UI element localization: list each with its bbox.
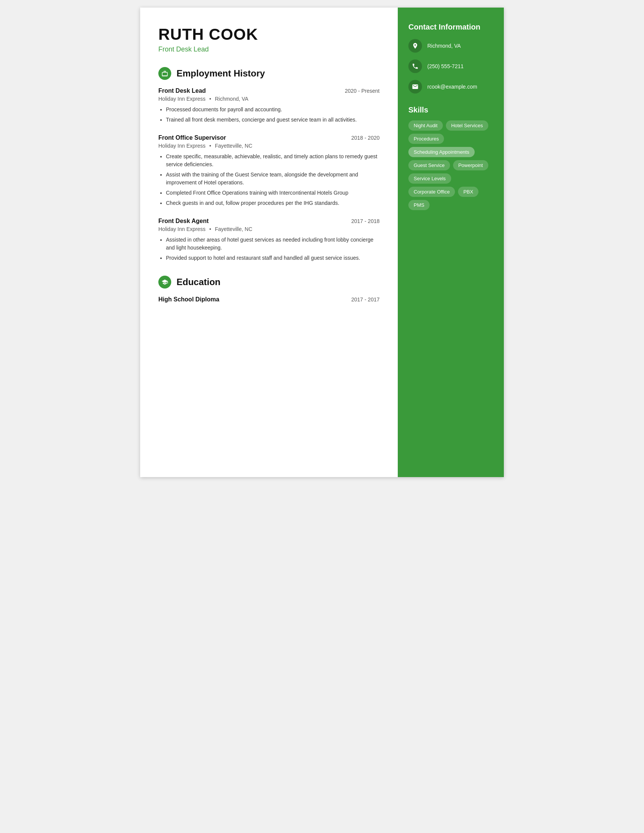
location-icon: [412, 42, 419, 49]
skill-tag: Scheduling Appointments: [408, 147, 475, 157]
skill-tag: PMS: [408, 200, 430, 210]
contact-phone: (250) 555-7211: [408, 60, 493, 73]
skill-tag: Procedures: [408, 133, 444, 144]
graduation-icon: [161, 279, 168, 286]
email-icon-wrapper: [408, 80, 422, 93]
resume-container: RUTH COOK Front Desk Lead Employment His…: [140, 8, 504, 477]
job-bullets-2: Assisted in other areas of hotel guest s…: [158, 236, 380, 262]
sidebar: Contact Information Richmond, VA (250) 5…: [398, 8, 504, 477]
contact-email-text: rcook@example.com: [427, 84, 477, 90]
job-title-2: Front Desk Agent: [158, 218, 209, 225]
bullet: Processed documents for payroll and acco…: [166, 106, 380, 114]
skills-section: Skills Night AuditHotel ServicesProcedur…: [408, 106, 493, 210]
skills-list: Night AuditHotel ServicesProceduresSched…: [408, 121, 493, 210]
education-section-header: Education: [158, 276, 380, 288]
contact-location: Richmond, VA: [408, 39, 493, 53]
education-icon: [158, 276, 171, 288]
job-title-1: Front Office Supervisor: [158, 134, 226, 141]
job-dates-1: 2018 - 2020: [351, 135, 380, 141]
contact-section: Contact Information Richmond, VA (250) 5…: [408, 23, 493, 93]
briefcase-icon: [161, 70, 168, 77]
education-title: Education: [177, 277, 221, 287]
contact-phone-text: (250) 555-7211: [427, 63, 464, 69]
bullet: Create specific, measurable, achievable,…: [166, 153, 380, 169]
email-icon: [412, 83, 419, 90]
job-title-0: Front Desk Lead: [158, 87, 206, 94]
skill-tag: Guest Service: [408, 160, 450, 170]
employment-icon: [158, 67, 171, 80]
contact-location-text: Richmond, VA: [427, 43, 460, 49]
contact-email: rcook@example.com: [408, 80, 493, 93]
skill-tag: Night Audit: [408, 121, 443, 130]
skill-tag: Hotel Services: [446, 121, 488, 130]
edu-entry-0: High School Diploma 2017 - 2017: [158, 296, 380, 303]
skill-tag: Service Levels: [408, 174, 451, 183]
bullet: Provided support to hotel and restaurant…: [166, 254, 380, 262]
phone-icon-wrapper: [408, 60, 422, 73]
bullet: Trained all front desk members, concierg…: [166, 116, 380, 124]
employment-section: Employment History Front Desk Lead 2020 …: [158, 67, 380, 262]
job-entry-2: Front Desk Agent 2017 - 2018 Holiday Inn…: [158, 218, 380, 262]
job-entry-0: Front Desk Lead 2020 - Present Holiday I…: [158, 87, 380, 124]
job-entry-1: Front Office Supervisor 2018 - 2020 Holi…: [158, 134, 380, 207]
person-title: Front Desk Lead: [158, 45, 380, 53]
person-name: RUTH COOK: [158, 26, 380, 43]
resume-header: RUTH COOK Front Desk Lead: [158, 26, 380, 53]
skill-tag: Corporate Office: [408, 187, 455, 197]
skills-section-title: Skills: [408, 106, 493, 114]
job-dates-2: 2017 - 2018: [351, 218, 380, 224]
employment-title: Employment History: [177, 68, 265, 79]
bullet: Completed Front Office Operations traini…: [166, 189, 380, 197]
bullet: Assisted in other areas of hotel guest s…: [166, 236, 380, 252]
job-bullets-1: Create specific, measurable, achievable,…: [158, 153, 380, 207]
job-company-1: Holiday Inn Express • Fayetteville, NC: [158, 143, 380, 149]
main-content: RUTH COOK Front Desk Lead Employment His…: [140, 8, 398, 477]
job-dates-0: 2020 - Present: [345, 88, 380, 94]
phone-icon: [412, 63, 419, 70]
bullet: Check guests in and out, follow proper p…: [166, 199, 380, 207]
education-section: Education High School Diploma 2017 - 201…: [158, 276, 380, 303]
location-icon-wrapper: [408, 39, 422, 53]
job-company-2: Holiday Inn Express • Fayetteville, NC: [158, 226, 380, 232]
employment-section-header: Employment History: [158, 67, 380, 80]
skill-tag: Powerpoint: [453, 160, 488, 170]
edu-dates-0: 2017 - 2017: [351, 296, 380, 302]
job-company-0: Holiday Inn Express • Richmond, VA: [158, 96, 380, 102]
bullet: Assist with the training of the Guest Se…: [166, 171, 380, 187]
edu-degree-0: High School Diploma: [158, 296, 219, 303]
contact-section-title: Contact Information: [408, 23, 493, 31]
skill-tag: PBX: [458, 187, 478, 197]
job-bullets-0: Processed documents for payroll and acco…: [158, 106, 380, 124]
